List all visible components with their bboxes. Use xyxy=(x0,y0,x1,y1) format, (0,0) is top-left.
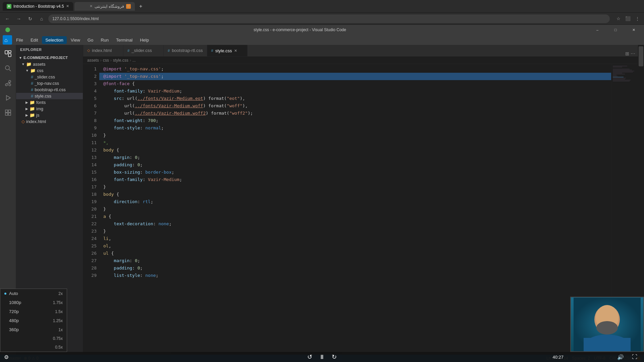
tab-close-1[interactable]: ✕ xyxy=(66,4,69,8)
minimize-button[interactable]: – xyxy=(590,25,605,35)
star-icon[interactable]: ☆ xyxy=(614,15,623,23)
menu-edit[interactable]: Edit xyxy=(27,36,41,44)
refresh-button[interactable]: ↻ xyxy=(25,14,35,23)
browser-tab-2[interactable]: 🛒 فروشگاه اینترنتی ✕ xyxy=(74,2,135,11)
svg-rect-16 xyxy=(8,113,11,115)
token: ; xyxy=(169,221,172,227)
code-line-12[interactable]: body { xyxy=(99,146,611,154)
extensions-icon[interactable] xyxy=(2,107,14,119)
menu-selection[interactable]: Selection xyxy=(42,36,66,44)
code-line-3[interactable]: @font-face { xyxy=(99,80,611,87)
code-line-18[interactable]: body { xyxy=(99,191,611,198)
editor-tab-slider-css[interactable]: # _slider.css xyxy=(123,45,164,56)
code-line-28[interactable]: padding: 0; xyxy=(99,264,611,272)
speed-auto[interactable]: Auto 2x xyxy=(0,289,67,298)
rewind-button[interactable]: ↺ xyxy=(307,353,312,361)
settings-button[interactable]: ⚙ xyxy=(4,352,9,362)
sidebar-folder-css[interactable]: ▼ 📁 css xyxy=(16,67,83,74)
sidebar-folder-assets[interactable]: ▼ 📁 assets xyxy=(16,61,83,67)
editor-tab-bootstrap-rtl[interactable]: # bootstrap-rtl.css xyxy=(164,45,207,56)
file-icon-bootstrap-rtl: # xyxy=(31,87,33,92)
speed-05x[interactable]: 0.5x xyxy=(0,343,67,352)
folder-label-fonts: fonts xyxy=(36,100,46,105)
code-content[interactable]: @import '_top-nav.css';@import '_top-nav… xyxy=(99,64,611,355)
browser-nav-bar: ← → ↻ ⌂ 127.0.0.1:5500/index.html ☆ ⬛ ⋮ xyxy=(0,13,644,25)
speed-360p[interactable]: 360p 1x xyxy=(0,325,67,334)
explorer-icon[interactable] xyxy=(2,48,14,60)
extensions-icon[interactable]: ⬛ xyxy=(624,15,632,23)
breadcrumb-assets[interactable]: assets xyxy=(87,58,99,63)
source-control-icon[interactable] xyxy=(2,77,14,89)
code-line-4[interactable]: font-family: Vazir-Medium; xyxy=(99,87,611,95)
breadcrumb-more[interactable]: ... xyxy=(132,58,136,63)
search-icon[interactable] xyxy=(2,62,14,74)
browser-tab-1[interactable]: B Introduction - Bootstrap v4.5 ✕ xyxy=(3,2,73,11)
code-line-7[interactable]: url(../fonts/Vazir-Medium.woff2) format(… xyxy=(99,110,611,117)
address-bar[interactable]: 127.0.0.1:5500/index.html xyxy=(48,14,610,23)
sidebar-folder-js[interactable]: ▶ 📁 js xyxy=(16,112,83,118)
new-tab-button[interactable]: + xyxy=(136,2,146,11)
code-line-29[interactable]: list-style: none; xyxy=(99,272,611,279)
code-line-23[interactable]: } xyxy=(99,228,611,235)
speed-1080p[interactable]: 1080p 1.75x xyxy=(0,298,67,307)
editor-tab-style-css[interactable]: # style.css ✕ xyxy=(207,45,248,56)
expand-button[interactable]: ⛶ xyxy=(632,352,637,362)
more-tabs-icon[interactable]: ⋯ xyxy=(631,51,635,56)
code-line-2[interactable]: @import '_top-nav.css'; xyxy=(99,73,611,80)
breadcrumb-file[interactable]: style.css xyxy=(113,58,128,63)
menu-go[interactable]: Go xyxy=(84,36,97,44)
code-line-1[interactable]: @import '_top-nav.css'; xyxy=(99,65,611,73)
project-root[interactable]: ▼ E-COMMERCE-PROJECT xyxy=(16,54,83,61)
code-line-10[interactable]: } xyxy=(99,132,611,139)
menu-terminal[interactable]: Terminal xyxy=(113,36,136,44)
code-line-11[interactable]: *, xyxy=(99,139,611,146)
code-line-8[interactable]: font-weight: 700; xyxy=(99,117,611,124)
forward-button[interactable]: ↻ xyxy=(332,353,337,361)
code-line-17[interactable]: } xyxy=(99,183,611,191)
breadcrumb-css[interactable]: css xyxy=(103,58,109,63)
back-button[interactable]: ← xyxy=(3,14,12,23)
code-line-22[interactable]: text-decoration: none; xyxy=(99,220,611,228)
code-line-13[interactable]: margin: 0; xyxy=(99,154,611,161)
sidebar-file-slider-css[interactable]: # _slider.css xyxy=(16,74,83,80)
code-line-26[interactable]: ul { xyxy=(99,250,611,257)
menu-run[interactable]: Run xyxy=(97,36,112,44)
code-line-14[interactable]: padding: 0; xyxy=(99,161,611,169)
scrollbar-thumb[interactable] xyxy=(639,46,643,66)
code-line-16[interactable]: font-family: Vazir-Medium; xyxy=(99,176,611,183)
sidebar-folder-img[interactable]: ▶ 📁 img xyxy=(16,106,83,112)
debugger-icon[interactable] xyxy=(2,92,14,104)
speed-720p[interactable]: 720p 1.5x xyxy=(0,307,67,316)
split-editor-icon[interactable]: ⊞ xyxy=(625,51,629,56)
sidebar-folder-fonts[interactable]: ▶ 📁 fonts xyxy=(16,99,83,106)
speed-480p[interactable]: 480p 1.25x xyxy=(0,316,67,325)
speed-075x[interactable]: 0.75x xyxy=(0,334,67,343)
editor-tab-index-html[interactable]: ◇ index.html xyxy=(83,45,123,56)
sidebar-file-bootstrap-rtl[interactable]: # bootstrap-rtl.css xyxy=(16,86,83,93)
code-line-24[interactable]: li, xyxy=(99,235,611,242)
sidebar-file-index-html[interactable]: ◇ index.html xyxy=(16,118,83,125)
code-line-6[interactable]: url(../fonts/Vazir-Medium.woff) format("… xyxy=(99,102,611,110)
volume-button[interactable]: 🔊 xyxy=(617,352,624,362)
sidebar-file-style-css[interactable]: # style.css xyxy=(16,93,83,99)
code-line-15[interactable]: box-sizing: border-box; xyxy=(99,169,611,176)
code-line-5[interactable]: src: url(../fonts/Vazir-Medium.eot) form… xyxy=(99,95,611,102)
maximize-button[interactable]: □ xyxy=(608,25,623,35)
forward-button[interactable]: → xyxy=(14,14,23,23)
pause-button[interactable]: ⏸ xyxy=(319,354,325,361)
code-line-25[interactable]: ol, xyxy=(99,242,611,250)
menu-help[interactable]: Help xyxy=(137,36,152,44)
menu-view[interactable]: View xyxy=(67,36,84,44)
tab-close-2[interactable]: ✕ xyxy=(90,4,93,8)
code-line-20[interactable]: } xyxy=(99,205,611,213)
code-line-9[interactable]: font-style: normal; xyxy=(99,124,611,132)
browser-menu-icon[interactable]: ⋮ xyxy=(633,15,641,23)
code-line-21[interactable]: a { xyxy=(99,213,611,220)
sidebar-file-topnav-css[interactable]: # _top-nav.css xyxy=(16,80,83,86)
menu-file[interactable]: File xyxy=(13,36,26,44)
close-window-button[interactable]: ✕ xyxy=(626,25,641,35)
home-button[interactable]: ⌂ xyxy=(37,14,46,23)
code-line-19[interactable]: direction: rtl; xyxy=(99,198,611,205)
editor-tab-close-style[interactable]: ✕ xyxy=(234,49,237,53)
code-line-27[interactable]: margin: 0; xyxy=(99,257,611,264)
